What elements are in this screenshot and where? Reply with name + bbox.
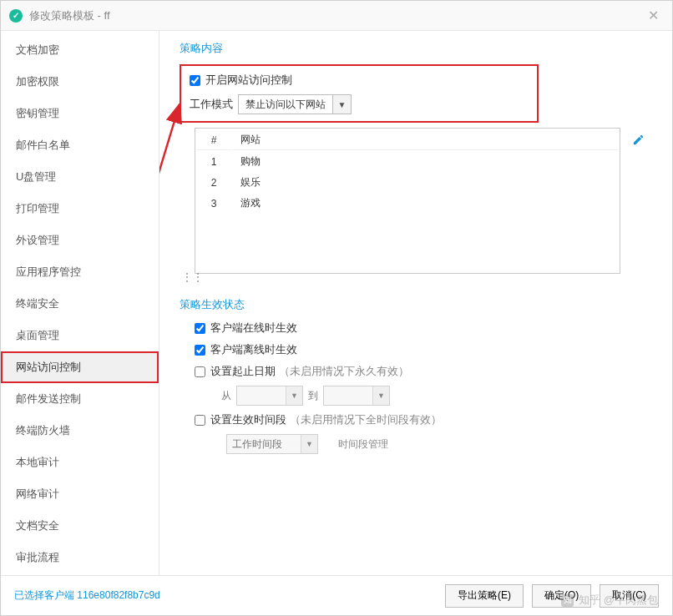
work-mode-value: 禁止访问以下网站 — [239, 98, 332, 112]
sidebar-item-8[interactable]: 终端安全 — [1, 288, 159, 320]
svg-line-1 — [159, 104, 180, 380]
sidebar-item-10[interactable]: 网站访问控制 — [1, 351, 159, 383]
app-icon: ✓ — [9, 9, 23, 23]
period-checkbox[interactable] — [195, 415, 205, 426]
titlebar: ✓ 修改策略模板 - ff ✕ — [1, 1, 672, 31]
chevron-down-icon[interactable]: ▼ — [332, 95, 351, 114]
content-panel: 策略内容 开启网站访问控制 工作模式 — [159, 31, 672, 575]
export-button[interactable]: 导出策略(E) — [445, 584, 524, 608]
online-checkbox[interactable] — [195, 323, 205, 334]
to-date-input[interactable]: ▼ — [323, 386, 390, 406]
ok-button[interactable]: 确定(O) — [532, 584, 591, 608]
offline-label: 客户端离线时生效 — [210, 342, 297, 357]
col-site: 网站 — [232, 130, 618, 150]
sidebar-item-7[interactable]: 应用程序管控 — [1, 256, 159, 288]
sidebar-item-0[interactable]: 文档加密 — [1, 34, 159, 66]
sidebar-item-3[interactable]: 邮件白名单 — [1, 129, 159, 161]
sidebar-item-2[interactable]: 密钥管理 — [1, 98, 159, 129]
from-label: 从 — [221, 389, 231, 403]
work-mode-select[interactable]: 禁止访问以下网站 ▼ — [238, 94, 352, 114]
chevron-down-icon: ▼ — [286, 386, 302, 405]
sidebar-item-11[interactable]: 邮件发送控制 — [1, 383, 159, 415]
sidebar-item-5[interactable]: 打印管理 — [1, 193, 159, 225]
period-hint: （未启用情况下全时间段有效） — [290, 412, 442, 427]
footer: 已选择客户端 116e80f82f8b7c9d 导出策略(E) 确定(O) 取消… — [1, 575, 672, 615]
close-icon[interactable]: ✕ — [643, 8, 664, 23]
online-label: 客户端在线时生效 — [210, 321, 297, 336]
sidebar-item-16[interactable]: 审批流程 — [1, 542, 159, 573]
chevron-down-icon: ▼ — [372, 386, 389, 405]
table-row[interactable]: 2娱乐 — [197, 173, 618, 192]
window-title: 修改策略模板 - ff — [29, 8, 110, 23]
col-num: # — [197, 130, 230, 150]
table-row[interactable]: 1购物 — [197, 152, 618, 171]
enable-access-control-checkbox[interactable] — [190, 75, 200, 86]
section-title-status: 策略生效状态 — [180, 297, 655, 312]
sidebar-item-1[interactable]: 加密权限 — [1, 66, 159, 98]
drag-handle-icon[interactable]: ⋮⋮ — [182, 271, 204, 283]
cancel-button[interactable]: 取消(C) — [600, 584, 659, 608]
date-range-checkbox[interactable] — [195, 366, 205, 377]
date-range-hint: （未启用情况下永久有效） — [279, 364, 409, 379]
work-mode-label: 工作模式 — [190, 97, 233, 112]
from-date-input[interactable]: ▼ — [236, 386, 303, 406]
footer-status: 已选择客户端 116e80f82f8b7c9d — [14, 588, 160, 603]
sidebar-item-9[interactable]: 桌面管理 — [1, 320, 159, 351]
to-label: 到 — [308, 389, 318, 403]
section-title-policy: 策略内容 — [180, 41, 655, 56]
sidebar-item-15[interactable]: 文档安全 — [1, 510, 159, 542]
chevron-down-icon: ▼ — [301, 435, 317, 453]
date-range-label: 设置起止日期 — [210, 364, 276, 379]
period-label: 设置生效时间段 — [210, 412, 286, 427]
sidebar-item-6[interactable]: 外设管理 — [1, 225, 159, 256]
offline-checkbox[interactable] — [195, 345, 205, 356]
enable-access-control-label: 开启网站访问控制 — [205, 73, 292, 88]
period-manage-link[interactable]: 时间段管理 — [338, 437, 388, 452]
table-row[interactable]: 3游戏 — [197, 194, 618, 213]
website-table: ⋮⋮ # 网站 1购物2娱乐3游戏 — [195, 128, 620, 274]
sidebar-item-13[interactable]: 本地审计 — [1, 447, 159, 478]
edit-icon[interactable] — [632, 134, 645, 149]
sidebar-item-4[interactable]: U盘管理 — [1, 161, 159, 193]
sidebar-item-14[interactable]: 网络审计 — [1, 478, 159, 510]
period-select[interactable]: 工作时间段▼ — [226, 434, 318, 454]
sidebar: 文档加密加密权限密钥管理邮件白名单U盘管理打印管理外设管理应用程序管控终端安全桌… — [1, 31, 159, 575]
sidebar-item-12[interactable]: 终端防火墙 — [1, 415, 159, 447]
policy-control-box: 开启网站访问控制 工作模式 禁止访问以下网站 ▼ — [180, 64, 539, 123]
